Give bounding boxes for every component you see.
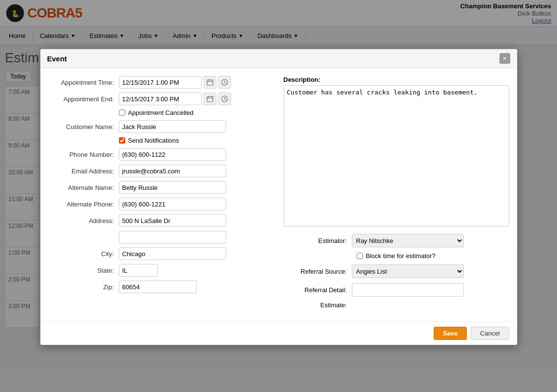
referral-detail-input[interactable] [352,283,464,297]
address-input[interactable] [119,214,226,227]
calendar-icon-button[interactable] [204,76,216,89]
event-modal: Event × Appointment Time: [40,49,518,333]
modal-right-column: Description: Customer has several cracks… [284,76,509,314]
email-address-input[interactable] [119,165,226,177]
referral-source-row: Referral Source: Angies List [284,264,509,278]
send-notifications-label: Send Notifications [128,137,179,144]
referral-detail-row: Referral Detail: [284,283,509,297]
zip-input[interactable] [119,280,197,293]
state-row: State: [48,264,274,277]
alternate-name-input[interactable] [119,181,226,194]
calendar-icon [207,79,213,86]
appointment-end-group [119,93,231,105]
modal-overlay: Event × Appointment Time: [0,0,557,333]
email-address-row: Email Address: [48,165,274,177]
address-row: Address: [48,214,274,227]
modal-title: Event [47,55,67,63]
estimator-row: Estimator: Ray Nitschke [284,234,509,247]
alternate-name-label: Alternate Name: [48,184,119,191]
phone-number-row: Phone Number: [48,148,274,161]
modal-body: Appointment Time: [40,68,517,321]
address2-row [48,231,274,243]
estimator-select[interactable]: Ray Nitschke [352,234,464,247]
modal-header: Event × [40,49,517,68]
svg-rect-9 [207,96,213,102]
phone-number-input[interactable] [119,148,226,161]
customer-name-label: Customer Name: [48,123,119,131]
estimate-label: Estimate: [284,301,352,309]
clock-icon [221,79,228,86]
referral-detail-label: Referral Detail: [284,286,352,294]
phone-number-label: Phone Number: [48,151,119,158]
appointment-end-label: Appointment End: [48,95,119,103]
modal-footer: Save Cancel [40,321,517,333]
block-time-checkbox[interactable] [357,253,363,259]
appointment-cancelled-row: Appointment Cancelled [48,109,274,116]
appointment-time-label: Appointment Time: [48,79,119,86]
alternate-phone-input[interactable] [119,198,226,210]
clock-end-icon-button[interactable] [218,93,231,105]
customer-name-input[interactable] [119,120,226,133]
modal-left-column: Appointment Time: [48,76,274,314]
alternate-phone-label: Alternate Phone: [48,201,119,208]
zip-row: Zip: [48,280,274,293]
appointment-time-input[interactable] [119,76,202,89]
estimator-label: Estimator: [284,237,352,244]
address-label: Address: [48,217,119,224]
appointment-end-row: Appointment End: [48,93,274,105]
appointment-time-group [119,76,231,89]
clock-icon-button[interactable] [218,76,231,89]
appointment-cancelled-label: Appointment Cancelled [128,109,193,116]
state-label: State: [48,267,119,274]
svg-line-15 [225,99,226,100]
address2-input[interactable] [119,231,226,243]
city-row: City: [48,247,274,260]
referral-source-label: Referral Source: [284,268,352,275]
city-label: City: [48,250,119,258]
alternate-phone-row: Alternate Phone: [48,198,274,210]
save-button[interactable]: Save [434,327,467,333]
send-notifications-checkbox[interactable] [119,137,125,144]
description-label: Description: [284,76,509,83]
customer-name-row: Customer Name: [48,120,274,133]
clock-icon [221,95,228,102]
block-time-row: Block time for estimator? [284,252,509,260]
appointment-end-input[interactable] [119,93,202,105]
svg-rect-2 [207,80,213,85]
zip-label: Zip: [48,283,119,291]
email-address-label: Email Address: [48,168,119,175]
svg-line-8 [225,82,226,83]
referral-source-select[interactable]: Angies List [352,264,464,278]
modal-close-button[interactable]: × [499,53,510,64]
appointment-time-row: Appointment Time: [48,76,274,89]
send-notifications-row: Send Notifications [48,137,274,144]
block-time-label: Block time for estimator? [366,252,436,260]
state-input[interactable] [119,264,158,277]
estimate-row: Estimate: [284,301,509,309]
description-textarea[interactable]: Customer has several cracks leaking into… [284,85,509,226]
calendar-icon [207,95,213,102]
city-input[interactable] [119,247,226,260]
cancel-button[interactable]: Cancel [471,327,509,333]
alternate-name-row: Alternate Name: [48,181,274,194]
appointment-cancelled-checkbox[interactable] [119,110,125,116]
calendar-end-icon-button[interactable] [204,93,216,105]
